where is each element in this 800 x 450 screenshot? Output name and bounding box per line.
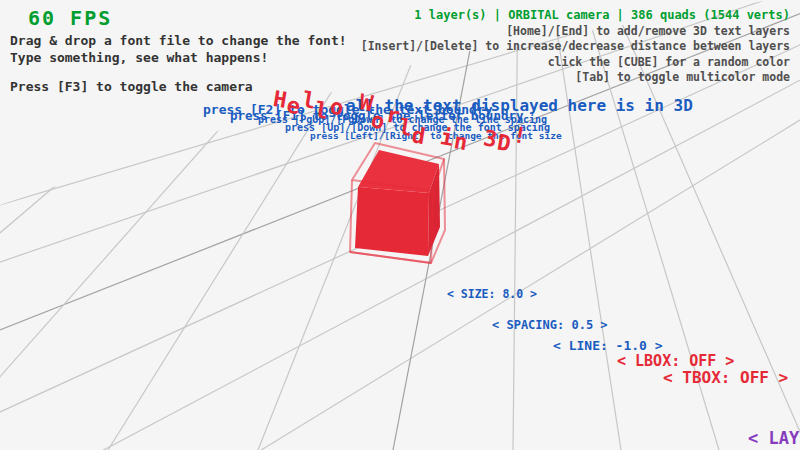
option-spacing-label: < SPACING: 0.5 >	[492, 318, 608, 332]
help-multicolor-mode: [Tab] to toggle multicolor mode	[575, 70, 790, 84]
help-type-something: Type something, see what happens!	[10, 50, 268, 65]
option-line-label: < LINE: -1.0 >	[553, 338, 663, 353]
cube[interactable]	[350, 143, 445, 263]
help-toggle-camera: Press [F3] to toggle the camera	[10, 79, 253, 94]
option-tbox-label: < TBOX: OFF >	[663, 368, 788, 387]
status-bar: 1 layer(s) | ORBITAL camera | 386 quads …	[414, 8, 790, 22]
fps-counter: 60 FPS	[28, 6, 112, 30]
help-add-remove-layers: [Home]/[End] to add/remove 3D text layer…	[506, 24, 790, 38]
help-layer-distance: [Insert]/[Delete] to increase/decrease d…	[361, 39, 790, 53]
option-layer-distance-label: < LAYER DISTANCE: 0.010 >	[748, 428, 800, 448]
help-drag-drop: Drag & drop a font file to change the fo…	[10, 33, 347, 48]
scene-viewport[interactable]: press [F2] to toggle the text boundry pr…	[0, 0, 800, 450]
option-size-label: < SIZE: 8.0 >	[447, 287, 537, 301]
cube-wireframe	[350, 143, 445, 263]
help-cube-color: click the [CUBE] for a random color	[548, 55, 790, 69]
